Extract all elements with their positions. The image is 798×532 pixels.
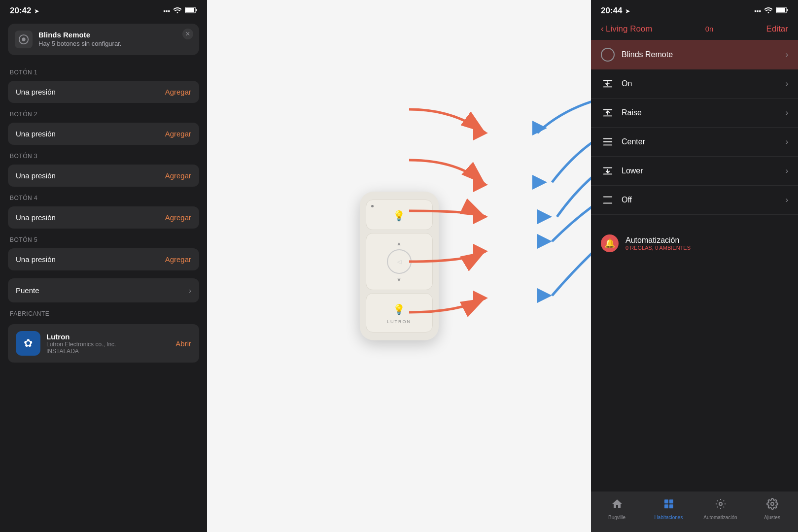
raise-icon <box>601 106 615 120</box>
right-nav: ‹ Living Room 0n Editar <box>591 20 798 40</box>
edit-button[interactable]: Editar <box>766 24 788 34</box>
agregar-btn-2[interactable]: Agregar <box>165 130 191 138</box>
svg-rect-27 <box>603 138 612 139</box>
center-panel: 💡 ▲ ◁ ▼ 💡 LUTRON <box>207 0 591 532</box>
on-badge: 0n <box>705 25 714 33</box>
agregar-btn-3[interactable]: Agregar <box>165 171 191 180</box>
section-label-btn2: BOTÓN 2 <box>0 105 207 121</box>
tab-ajustes-label: Ajustes <box>764 515 780 520</box>
auto-subtitle: 0 REGLAS, 0 AMBIENTES <box>625 245 691 251</box>
button-row-5: Una presión Agregar <box>8 248 199 270</box>
action-row-lower[interactable]: Lower › <box>591 157 798 186</box>
svg-marker-11 <box>473 126 488 140</box>
notif-subtitle: Hay 5 botones sin configurar. <box>38 40 192 47</box>
blinds-remote-chevron-icon: › <box>786 50 788 59</box>
fabricante-card: ✿ Lutron Lutron Electronics co., Inc. IN… <box>8 324 199 363</box>
svg-marker-8 <box>537 209 552 224</box>
center-label: Center <box>622 137 779 146</box>
svg-rect-22 <box>603 87 612 88</box>
lower-icon <box>601 164 615 178</box>
lutron-bottom-button[interactable]: 💡 LUTRON <box>366 293 433 332</box>
lower-chevron-icon: › <box>786 166 788 175</box>
agregar-btn-1[interactable]: Agregar <box>165 88 191 96</box>
automation-icon <box>715 498 727 513</box>
auto-icon: 🔔 <box>601 234 619 252</box>
battery-icon-right <box>776 7 788 15</box>
off-chevron-icon: › <box>786 196 788 204</box>
center-chevron-icon: › <box>786 137 788 146</box>
bottom-tab-bar: Bugville Habitaciones Automatización <box>591 492 798 532</box>
back-chevron-icon: ‹ <box>601 24 604 34</box>
svg-marker-10 <box>537 288 552 303</box>
lutron-top-button[interactable]: 💡 <box>366 200 433 230</box>
svg-marker-14 <box>473 244 488 259</box>
settings-icon <box>766 498 778 513</box>
time-right: 20:44 <box>601 6 622 16</box>
button-row-1: Una presión Agregar <box>8 81 199 103</box>
puente-chevron-icon: › <box>189 287 191 295</box>
action-row-raise[interactable]: Raise › <box>591 99 798 128</box>
svg-rect-21 <box>787 9 788 11</box>
svg-rect-31 <box>603 203 612 204</box>
home-icon <box>611 498 623 513</box>
rooms-icon <box>663 498 675 513</box>
svg-rect-29 <box>603 174 612 175</box>
tab-automatizacion-label: Automatización <box>703 515 737 520</box>
blinds-remote-row[interactable]: Blinds Remote › <box>591 40 798 69</box>
off-icon <box>601 193 615 207</box>
nav-center: 0n <box>705 25 714 33</box>
svg-rect-32 <box>603 197 612 198</box>
svg-rect-20 <box>776 8 785 12</box>
button-row-3: Una presión Agregar <box>8 165 199 187</box>
status-icons-left: ▪▪▪ <box>163 7 197 15</box>
scroll-content-left: BOTÓN 1 Una presión Agregar BOTÓN 2 Una … <box>0 59 207 532</box>
svg-rect-35 <box>664 504 668 508</box>
back-label: Living Room <box>606 24 653 34</box>
on-label: On <box>622 79 779 88</box>
location-icon-left: ➤ <box>34 7 39 15</box>
close-button[interactable]: × <box>182 29 193 39</box>
fabricante-info: Lutron Lutron Electronics co., Inc. INST… <box>46 332 170 355</box>
lutron-light-icon-top: 💡 <box>393 210 405 222</box>
lutron-remote-device: 💡 ▲ ◁ ▼ 💡 LUTRON <box>360 192 439 340</box>
action-row-on[interactable]: On › <box>591 69 798 99</box>
tab-bugville[interactable]: Bugville <box>591 496 643 522</box>
svg-marker-12 <box>473 177 488 192</box>
abrir-button[interactable]: Abrir <box>175 339 191 348</box>
status-icons-right: ▪▪▪ <box>754 7 788 15</box>
svg-rect-3 <box>196 9 197 11</box>
battery-icon-left <box>185 7 197 15</box>
notif-title: Blinds Remote <box>38 31 192 39</box>
auto-row[interactable]: 🔔 Automatización 0 REGLAS, 0 AMBIENTES <box>601 234 788 252</box>
notification-card: Blinds Remote Hay 5 botones sin configur… <box>8 24 199 55</box>
lutron-dial[interactable]: ◁ <box>387 249 412 274</box>
notif-app-icon <box>15 31 33 48</box>
action-row-off[interactable]: Off › <box>591 186 798 215</box>
wifi-icon-left <box>173 7 182 15</box>
svg-rect-28 <box>603 141 612 142</box>
svg-marker-7 <box>532 175 547 190</box>
svg-rect-25 <box>603 109 612 110</box>
lutron-dot <box>371 205 374 207</box>
signal-icon-left: ▪▪▪ <box>163 7 170 15</box>
action-row-center[interactable]: Center › <box>591 128 798 157</box>
svg-rect-26 <box>603 145 612 146</box>
svg-point-0 <box>177 12 178 14</box>
notification-text: Blinds Remote Hay 5 botones sin configur… <box>38 31 192 47</box>
lutron-logo: ✿ <box>16 331 40 356</box>
blinds-remote-label: Blinds Remote <box>622 50 779 59</box>
agregar-btn-5[interactable]: Agregar <box>165 255 191 264</box>
back-button[interactable]: ‹ Living Room <box>601 24 653 34</box>
tab-automatizacion[interactable]: Automatización <box>694 496 746 522</box>
puente-row[interactable]: Puente › <box>8 278 199 302</box>
raise-label: Raise <box>622 108 779 117</box>
svg-point-38 <box>771 502 774 505</box>
svg-rect-30 <box>603 167 612 168</box>
agregar-btn-4[interactable]: Agregar <box>165 213 191 222</box>
status-bar-right: 20:44 ➤ ▪▪▪ <box>591 0 798 20</box>
dial-icon: ◁ <box>397 259 401 265</box>
svg-marker-6 <box>532 121 547 135</box>
status-bar-left: 20:42 ➤ ▪▪▪ <box>0 0 207 20</box>
tab-ajustes[interactable]: Ajustes <box>746 496 798 522</box>
tab-habitaciones[interactable]: Habitaciones <box>643 496 694 522</box>
